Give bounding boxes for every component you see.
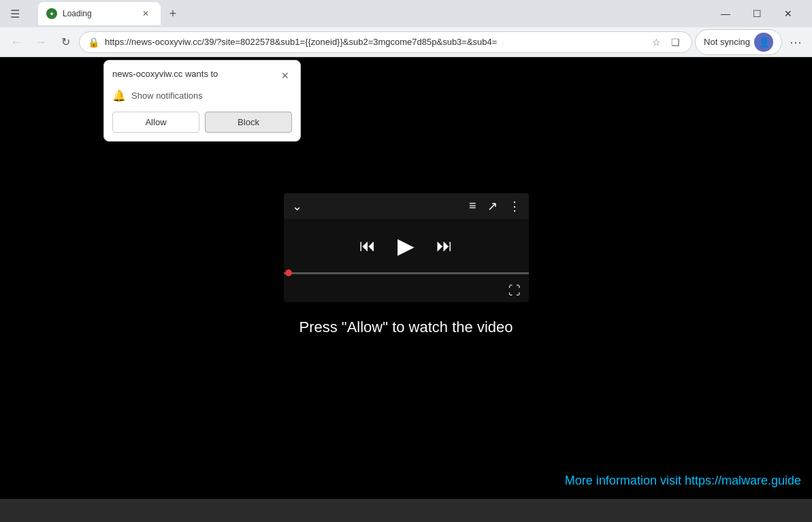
collections-icon-button[interactable]: ❏ (667, 34, 683, 50)
video-controls: ⏮ ▶ ⏭ (284, 219, 529, 272)
title-bar: ☰ ● Loading ✕ + — ☐ ✕ (0, 0, 812, 27)
video-bottom-bar: ⛶ (284, 280, 529, 302)
lock-icon: 🔒 (88, 37, 99, 48)
video-top-right: ≡ ↗ ⋮ (469, 199, 521, 214)
favorites-icon-button[interactable]: ☆ (648, 34, 664, 50)
address-bar-icons: ☆ ❏ (648, 34, 683, 50)
permission-label: Show notifications (131, 91, 203, 101)
malware-info-text: More information visit https://malware.g… (565, 474, 801, 488)
window-action-controls: — ☐ ✕ (710, 3, 804, 25)
close-button[interactable]: ✕ (773, 3, 804, 25)
popup-title: news-ocoxyviw.cc wants to (112, 69, 218, 79)
address-bar[interactable]: 🔒 https://news-ocoxyviw.cc/39/?site=8022… (79, 31, 692, 53)
progress-indicator (285, 270, 292, 276)
play-button[interactable]: ▶ (397, 233, 415, 259)
notification-popup: news-ocoxyviw.cc wants to ✕ 🔔 Show notif… (103, 60, 301, 142)
popup-permission-row: 🔔 Show notifications (112, 89, 292, 102)
nav-right-controls: Not syncing 👤 ⋯ (695, 29, 807, 55)
tab-close-button[interactable]: ✕ (139, 7, 152, 20)
popup-buttons: Allow Block (112, 112, 292, 133)
url-text: https://news-ocoxyviw.cc/39/?site=802257… (105, 37, 643, 47)
popup-close-button[interactable]: ✕ (278, 69, 292, 82)
tab-bar: ● Loading ✕ + (33, 2, 704, 25)
window-controls: ☰ (5, 4, 25, 23)
next-button[interactable]: ⏭ (436, 236, 453, 255)
block-button[interactable]: Block (205, 112, 292, 133)
collapse-icon[interactable]: ⌄ (292, 199, 302, 214)
sync-button[interactable]: Not syncing 👤 (695, 29, 782, 55)
tab-title: Loading (63, 9, 133, 18)
refresh-button[interactable]: ↻ (54, 31, 76, 53)
video-player: ⌄ ≡ ↗ ⋮ ⏮ ▶ ⏭ ⛶ (284, 193, 529, 302)
minimize-button[interactable]: — (710, 3, 741, 25)
active-tab[interactable]: ● Loading ✕ (38, 2, 161, 25)
popup-header: news-ocoxyviw.cc wants to ✕ (112, 69, 292, 82)
new-tab-button[interactable]: + (163, 4, 182, 23)
more-options-button[interactable]: ⋯ (785, 31, 807, 53)
more-video-icon[interactable]: ⋮ (508, 199, 521, 214)
fullscreen-button[interactable]: ⛶ (508, 284, 521, 298)
maximize-button[interactable]: ☐ (741, 3, 773, 25)
profile-avatar: 👤 (754, 33, 773, 52)
navigation-bar: ← → ↻ 🔒 https://news-ocoxyviw.cc/39/?sit… (0, 27, 812, 57)
video-top-left: ⌄ (292, 199, 302, 214)
video-top-bar: ⌄ ≡ ↗ ⋮ (284, 193, 529, 219)
bell-icon: 🔔 (112, 89, 126, 102)
share-icon[interactable]: ↗ (487, 199, 498, 214)
queue-icon[interactable]: ≡ (469, 199, 476, 213)
press-allow-text: Press "Allow" to watch the video (299, 319, 513, 336)
prev-button[interactable]: ⏮ (359, 236, 376, 255)
video-progress-area (284, 272, 529, 280)
progress-bar[interactable] (284, 272, 529, 274)
sidebar-toggle-button[interactable]: ☰ (5, 4, 25, 23)
forward-button[interactable]: → (30, 31, 52, 53)
avatar-icon: 👤 (758, 37, 770, 48)
back-button[interactable]: ← (5, 31, 27, 53)
sync-label: Not syncing (704, 37, 750, 47)
tab-favicon: ● (46, 8, 57, 19)
allow-button[interactable]: Allow (112, 112, 199, 133)
